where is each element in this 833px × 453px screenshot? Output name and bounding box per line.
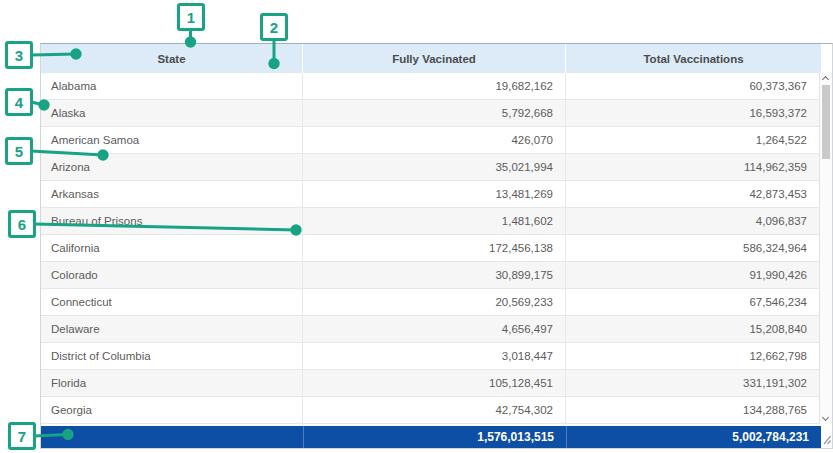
cell-state: Delaware <box>41 316 303 342</box>
table-row[interactable]: Bureau of Prisons 1,481,602 4,096,837 <box>41 208 819 235</box>
table-row[interactable]: Delaware 4,656,497 15,208,840 <box>41 316 819 343</box>
cell-fully-vaccinated: 13,481,269 <box>303 181 566 207</box>
dashboard-page: State Fully Vacinated Total Vaccinations… <box>0 0 833 453</box>
cell-state: Alabama <box>41 73 303 99</box>
table-row[interactable]: District of Columbia 3,018,447 12,662,79… <box>41 343 819 370</box>
annotation-callout-7: 7 <box>8 422 36 450</box>
table-row[interactable]: American Samoa 426,070 1,264,522 <box>41 127 819 154</box>
column-header-state[interactable]: State <box>41 44 303 73</box>
annotation-callout-2: 2 <box>260 13 288 41</box>
cell-fully-vaccinated: 172,456,138 <box>303 235 566 261</box>
cell-fully-vaccinated: 42,754,302 <box>303 397 566 423</box>
cell-fully-vaccinated: 5,792,668 <box>303 100 566 126</box>
cell-fully-vaccinated: 3,018,447 <box>303 343 566 369</box>
annotation-callout-4: 4 <box>5 88 33 116</box>
table-row[interactable]: Colorado 30,899,175 91,990,426 <box>41 262 819 289</box>
cell-total-vaccinations: 12,662,798 <box>566 343 819 369</box>
cell-fully-vaccinated: 426,070 <box>303 127 566 153</box>
vertical-scrollbar[interactable] <box>819 73 832 424</box>
annotation-callout-1: 1 <box>177 3 205 31</box>
cell-total-vaccinations: 331,191,302 <box>566 370 819 396</box>
footer-total-vaccinations-total: 5,002,784,231 <box>566 426 821 448</box>
chevron-down-icon[interactable] <box>822 414 829 421</box>
footer-fully-vaccinated-total: 1,576,013,515 <box>303 426 566 448</box>
chevron-up-icon[interactable] <box>822 76 829 83</box>
cell-state: District of Columbia <box>41 343 303 369</box>
cell-state: California <box>41 235 303 261</box>
cell-total-vaccinations: 91,990,426 <box>566 262 819 288</box>
cell-state: Georgia <box>41 397 303 423</box>
table-row[interactable]: California 172,456,138 586,324,964 <box>41 235 819 262</box>
table-body: Alabama 19,682,162 60,373,367 Alaska 5,7… <box>41 73 832 424</box>
scrollbar-thumb[interactable] <box>822 85 830 159</box>
cell-fully-vaccinated: 105,128,451 <box>303 370 566 396</box>
cell-total-vaccinations: 586,324,964 <box>566 235 819 261</box>
cell-total-vaccinations: 1,264,522 <box>566 127 819 153</box>
cell-total-vaccinations: 4,096,837 <box>566 208 819 234</box>
cell-total-vaccinations: 134,288,765 <box>566 397 819 423</box>
cell-fully-vaccinated: 35,021,994 <box>303 154 566 180</box>
annotation-callout-6: 6 <box>8 210 36 238</box>
cell-fully-vaccinated: 1,481,602 <box>303 208 566 234</box>
cell-fully-vaccinated: 30,899,175 <box>303 262 566 288</box>
table-row[interactable]: Arizona 35,021,994 114,962,359 <box>41 154 819 181</box>
vaccination-table: State Fully Vacinated Total Vaccinations… <box>40 43 833 449</box>
table-row[interactable]: Alabama 19,682,162 60,373,367 <box>41 73 819 100</box>
cell-state: Alaska <box>41 100 303 126</box>
table-footer-totals: 1,576,013,515 5,002,784,231 <box>41 426 832 448</box>
cell-fully-vaccinated: 19,682,162 <box>303 73 566 99</box>
column-header-total-vaccinations[interactable]: Total Vaccinations <box>566 44 821 73</box>
column-header-fully-vaccinated[interactable]: Fully Vacinated <box>303 44 566 73</box>
cell-total-vaccinations: 15,208,840 <box>566 316 819 342</box>
table-row[interactable]: Arkansas 13,481,269 42,873,453 <box>41 181 819 208</box>
cell-total-vaccinations: 42,873,453 <box>566 181 819 207</box>
cell-total-vaccinations: 114,962,359 <box>566 154 819 180</box>
cell-total-vaccinations: 16,593,372 <box>566 100 819 126</box>
table-row[interactable]: Connecticut 20,569,233 67,546,234 <box>41 289 819 316</box>
cell-state: Arizona <box>41 154 303 180</box>
cell-state: Bureau of Prisons <box>41 208 303 234</box>
cell-state: Florida <box>41 370 303 396</box>
cell-fully-vaccinated: 20,569,233 <box>303 289 566 315</box>
cell-state: Connecticut <box>41 289 303 315</box>
footer-state-cell <box>41 426 303 448</box>
resize-grip-icon[interactable] <box>821 433 832 445</box>
annotation-callout-5: 5 <box>5 137 33 165</box>
cell-state: American Samoa <box>41 127 303 153</box>
table-row[interactable]: Georgia 42,754,302 134,288,765 <box>41 397 819 424</box>
cell-total-vaccinations: 67,546,234 <box>566 289 819 315</box>
cell-state: Arkansas <box>41 181 303 207</box>
annotation-callout-3: 3 <box>5 41 33 69</box>
table-header: State Fully Vacinated Total Vaccinations <box>41 44 832 73</box>
table-row[interactable]: Alaska 5,792,668 16,593,372 <box>41 100 819 127</box>
table-row[interactable]: Florida 105,128,451 331,191,302 <box>41 370 819 397</box>
cell-fully-vaccinated: 4,656,497 <box>303 316 566 342</box>
cell-state: Colorado <box>41 262 303 288</box>
cell-total-vaccinations: 60,373,367 <box>566 73 819 99</box>
